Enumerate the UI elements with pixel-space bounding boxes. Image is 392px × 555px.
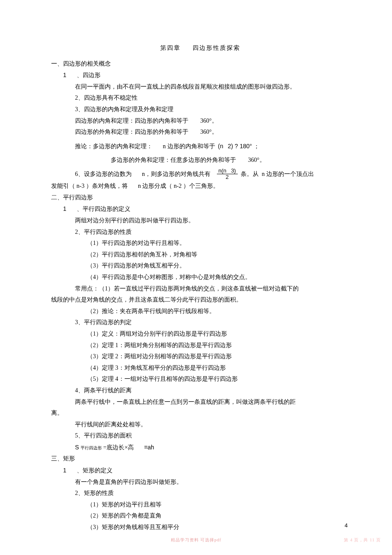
sec3-item2: 2、矩形的性质 [75,488,349,499]
sec2-item5-formula: S 平行四边形 =底边长×高=ah [75,442,349,454]
section-1-heading: 一、四边形的相关概念 [51,58,349,70]
sec2-useful-2: （2）推论：夹在两条平行线间的平行线段相等。 [87,306,349,317]
sec1-item3-line1: 四边形的内角和定理：四边形的内角和等于360°。 [75,115,349,127]
sec2-item1: 1、平行四边形的定义 [63,203,349,215]
text: n 边形的内角和等于 [163,143,215,150]
sec1-item3-line4: 多边形的外角和定理：任意多边形的外角和等于360°。 [111,155,349,166]
num-label: 1 [63,467,66,474]
text: 发能引（ n-3 ）条对角线，将 [51,183,128,189]
text: 多边形的外角和定理：任意多边形的外角和等于 [111,157,236,163]
sec1-item1-body: 在同一平面内，由不在同一直线上的四条线段首尾顺次相接组成的图形叫做四边形。 [75,81,349,93]
sec1-item2: 2、四边形具有不稳定性 [75,92,349,104]
title-left: 第四章 [160,45,181,51]
sec3-item2-3: （3）矩形的对角线相等且互相平分 [87,522,349,533]
formula-text: =ah [144,444,154,451]
formula-part: 2) ? 180° [228,143,252,150]
formula-s: S [75,444,79,451]
num-text: 3) [231,167,236,174]
sec2-item3-3: （3）定理 2：两组对边分别相等的四边形是平行四边形 [87,351,349,362]
num-label: 1 [63,72,66,78]
sec2-item4: 4、两条平行线的距离 [75,385,349,397]
item-label: 、四边形 [77,72,101,78]
sec2-item2-2: （2）平行四边形相邻的角互补，对角相等 [87,249,349,261]
sec2-item4-b: 离。 [51,408,349,419]
sec3-item2-1: （1）矩形的对边平行且相等 [87,499,349,511]
text: 四边形的内角和定理：四边形的内角和等于 [75,118,188,124]
sec2-useful-a: 常用点：（1）若一直线过平行四边形两对角线的交点，则这条直线被一组对边截下的 [75,283,349,295]
text: n 边形的一个顶点出 [262,171,314,177]
title-right: 四边形性质探索 [193,45,240,51]
text: ； [254,143,259,150]
item-label: 、平行四边形的定义 [77,206,130,212]
sec2-item3-2: （2）定理 1：两组对角分别相等的四边形是平行四边形 [87,340,349,351]
sec1-item1: 1、四边形 [63,69,349,81]
sec2-item3-4: （4）定理 3：对角线互相平分的四边形是平行四边形 [87,362,349,374]
sec2-item2-3: （3）平行四边形的对角线互相平分。 [87,260,349,272]
sec2-item4-a: 两条平行线中，一条直线上的任意一点到另一条直线的距离，叫做这两条平行线的距 [75,397,349,408]
formula-text: =底边长×高 [103,444,134,451]
sec1-item6: 6、设多边形的边数为n，则多边形的对角线共有 n(n 3) 2 条。从 n 边形… [75,169,349,181]
text: 推论：多边形的内角和定理： [75,143,153,150]
sec2-item3-5: （5）定理 4：一组对边平行且相等的四边形是平行四边形 [87,374,349,385]
sec2-item5: 5、平行四边形的面积 [75,430,349,442]
sec2-item2-4: （4）平行四边形是中心对称图形，对称中心是对角线的交点。 [87,272,349,283]
fraction-numerator: n(n 3) [217,168,238,174]
text: n，则多边形的对角线共有 [142,171,210,177]
text: 条。从 [241,171,259,177]
fraction: n(n 3) 2 [217,168,238,180]
sec2-item3-1: （1）定义：两组对边分别平行的四边形是平行四边形 [87,328,349,340]
sec1-item3: 3、四边形的内角和定理及外角和定理 [75,104,349,115]
chapter-title: 第四章四边形性质探索 [51,43,349,54]
sec2-useful-b: 线段的中点是对角线的交点，并且这条直线二等分此平行四边形的面积。 [51,294,349,306]
text: 360°。 [200,129,218,135]
sec2-item1-body: 两组对边分别平行的四边形叫做平行四边形。 [75,215,349,227]
sec2-item3: 3、平行四边形的判定 [75,317,349,328]
section-3-heading: 三、矩形 [51,453,349,465]
num-text: n(n [219,167,227,174]
text: 四边形的外角和定理：四边形的外角和等于 [75,129,188,135]
sec1-item6-cont: 发能引（ n-3 ）条对角线，将n 边形分成（ n-2 ）个三角形。 [51,181,349,192]
footer-right: 第 4 页，共 11 页 [344,536,381,544]
footer-center: 精品学习资料 可选择pdf [0,536,392,544]
text: 360°。 [200,118,218,124]
sec3-item1-body: 有一个角是直角的平行四边形叫做矩形。 [75,477,349,488]
item-label: 、矩形的定义 [77,467,112,474]
text: 6、设多边形的边数为 [75,171,132,177]
num-label: 1 [63,205,66,212]
document-page: 第四章四边形性质探索 一、四边形的相关概念 1、四边形 在同一平面内，由不在同一… [0,0,392,555]
sec1-item3-line2: 四边形的外角和定理：四边形的外角和等于360°。 [75,127,349,138]
formula-subscript: 平行四边形 [81,446,102,450]
fraction-denominator: 2 [217,174,238,180]
sec2-item2-1: （1）平行四边形的对边平行且相等。 [87,238,349,249]
formula-part: (n [218,143,223,150]
sec2-item4-c: 平行线间的距离处处相等。 [75,419,349,431]
sec3-item1: 1、矩形的定义 [63,465,349,477]
text: n 边形分成（ n-2 ）个三角形。 [138,183,219,189]
page-number: 4 [345,520,348,531]
section-2-heading: 二、平行四边形 [51,192,349,204]
text: 360°。 [248,157,265,163]
sec1-item3-line3: 推论：多边形的内角和定理：n 边形的内角和等于 (n 2) ? 180° ； [75,141,349,152]
sec2-item2: 2、平行四边形的性质 [75,227,349,238]
sec3-item2-2: （2）矩形的四个角都是直角 [87,510,349,522]
